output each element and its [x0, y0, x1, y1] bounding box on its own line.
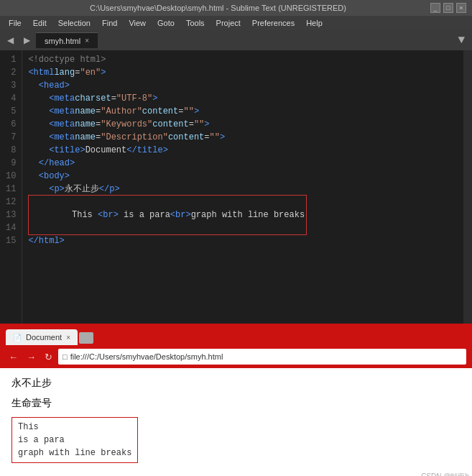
browser-tab-close-button[interactable]: × — [66, 334, 70, 342]
menu-tools[interactable]: Tools — [180, 17, 210, 29]
address-bar[interactable]: □ file:///C:/Users/smyhvae/Desktop/smyh.… — [58, 349, 466, 365]
menu-preferences[interactable]: Preferences — [246, 17, 300, 29]
code-line-8: <title>Document</title> — [28, 144, 458, 157]
code-line-10: <body> — [28, 170, 458, 183]
tab-prev-button[interactable]: ◀ — [3, 34, 18, 47]
close-button[interactable]: × — [456, 3, 466, 13]
line-num-6: 6 — [6, 118, 16, 131]
code-line-11: <p>永不止步</p> — [28, 183, 458, 196]
line-num-8: 8 — [6, 144, 16, 157]
browser-window: 📄 Document × ← → ↻ □ file:///C:/Users/sm… — [0, 324, 472, 476]
tab-next-button[interactable]: ▶ — [19, 34, 34, 47]
line-num-1: 1 — [6, 53, 16, 66]
tab-close-button[interactable]: × — [85, 37, 89, 45]
browser-content: 永不止步 生命壹号 Thisis a paragraph with line b… — [0, 368, 472, 476]
code-line-13: This <br> is a para<br>graph with line b… — [28, 209, 458, 221]
menu-bar: File Edit Selection Find View Goto Tools… — [0, 16, 472, 30]
browser-tab-document[interactable]: 📄 Document × — [6, 329, 78, 345]
line-num-15: 15 — [6, 234, 16, 247]
line-num-12: 12 — [6, 196, 16, 209]
code-line-9: </head> — [28, 157, 458, 170]
line-num-7: 7 — [6, 131, 16, 144]
code-line-7: <meta name="Description" content=""> — [28, 131, 458, 144]
menu-file[interactable]: File — [3, 17, 27, 29]
window-controls: _ □ × — [430, 3, 466, 13]
menu-edit[interactable]: Edit — [27, 17, 52, 29]
code-line-3: <head> — [28, 79, 458, 92]
code-editor[interactable]: 1 2 3 4 5 6 7 8 9 10 11 12 13 14 15 <!do… — [0, 50, 472, 324]
code-line-1: <!doctype html> — [28, 53, 458, 66]
editor-scrollbar[interactable] — [463, 50, 472, 324]
line-num-9: 9 — [6, 157, 16, 170]
tab-label: smyh.html — [45, 37, 80, 45]
tab-bar: ◀ ▶ smyh.html × ▼ — [0, 30, 472, 50]
line-num-5: 5 — [6, 105, 16, 118]
tab-list-dropdown[interactable]: ▼ — [453, 32, 469, 48]
title-bar-text: C:\Users\smyhvae\Desktop\smyh.html - Sub… — [6, 4, 430, 12]
line-numbers: 1 2 3 4 5 6 7 8 9 10 11 12 13 14 15 — [0, 50, 22, 324]
menu-selection[interactable]: Selection — [52, 17, 96, 29]
line-num-14: 14 — [6, 221, 16, 234]
browser-para-box: Thisis a paragraph with line breaks — [11, 417, 138, 463]
menu-view[interactable]: View — [123, 17, 152, 29]
minimize-button[interactable]: _ — [430, 3, 440, 13]
code-lines[interactable]: <!doctype html> <html lang="en"> <head> … — [22, 50, 463, 324]
line-num-13: 13 — [6, 209, 16, 221]
tab-smyh-html[interactable]: smyh.html × — [36, 32, 98, 48]
maximize-button[interactable]: □ — [443, 3, 453, 13]
code-line-5: <meta name="Author" content=""> — [28, 105, 458, 118]
line-num-3: 3 — [6, 79, 16, 92]
page-icon: □ — [63, 352, 68, 361]
code-line-2: <html lang="en"> — [28, 66, 458, 79]
watermark: CSDN @时雨h — [421, 472, 469, 476]
browser-line-2: 生命壹号 — [11, 397, 461, 410]
line-num-2: 2 — [6, 66, 16, 79]
menu-goto[interactable]: Goto — [152, 17, 180, 29]
line-num-10: 10 — [6, 170, 16, 183]
line-num-4: 4 — [6, 92, 16, 105]
forward-button[interactable]: → — [24, 350, 39, 364]
menu-help[interactable]: Help — [300, 17, 328, 29]
code-line-15: </html> — [28, 234, 458, 247]
title-bar: C:\Users\smyhvae\Desktop\smyh.html - Sub… — [0, 0, 472, 16]
browser-tab-bar: 📄 Document × — [0, 324, 472, 345]
menu-find[interactable]: Find — [96, 17, 123, 29]
code-line-4: <meta charset="UTF-8"> — [28, 92, 458, 105]
back-button[interactable]: ← — [6, 350, 21, 364]
address-text: file:///C:/Users/smyhvae/Desktop/smyh.ht… — [70, 352, 223, 361]
browser-tab-label: Document — [26, 333, 62, 342]
menu-project[interactable]: Project — [210, 17, 246, 29]
line-num-11: 11 — [6, 183, 16, 196]
address-bar-row: ← → ↻ □ file:///C:/Users/smyhvae/Desktop… — [0, 345, 472, 368]
document-tab-icon: 📄 — [13, 334, 22, 342]
new-tab-button[interactable] — [79, 332, 93, 344]
code-line-6: <meta name="Keywords" content=""> — [28, 118, 458, 131]
browser-line-1: 永不止步 — [11, 377, 461, 390]
refresh-button[interactable]: ↻ — [42, 350, 55, 364]
